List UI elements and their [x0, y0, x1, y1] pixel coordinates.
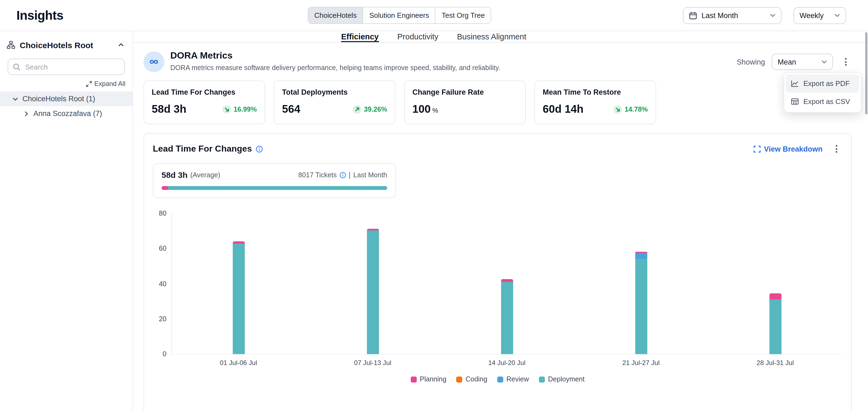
period-select-value: Last Month: [702, 11, 766, 20]
granularity-select[interactable]: Weekly: [794, 7, 846, 24]
org-tab-choicehotels[interactable]: ChoiceHotels: [308, 7, 363, 23]
chart-kebab-menu-button[interactable]: [830, 142, 842, 156]
menu-item-label: Export as PDF: [803, 79, 850, 88]
card-mean-time-to-restore[interactable]: Mean Time To Restore 60d 14h 14.78%: [534, 80, 656, 124]
chart-card-actions: View Breakdown: [753, 142, 842, 156]
tree-item-label: Anna Scozzafava (7): [33, 109, 102, 118]
chevron-down-icon[interactable]: [11, 95, 19, 103]
dora-logo-icon: [144, 52, 164, 72]
period-select[interactable]: Last Month: [683, 7, 781, 24]
calendar-icon: [689, 11, 697, 20]
tree-item-anna-scozzafava[interactable]: Anna Scozzafava (7): [0, 106, 132, 121]
search-input[interactable]: [8, 59, 125, 75]
tab-efficiency[interactable]: Efficiency: [341, 31, 379, 42]
search-icon: [12, 63, 21, 71]
stacked-bar-2[interactable]: [367, 229, 379, 354]
dora-titles: DORA Metrics DORA metrics measure softwa…: [170, 50, 500, 72]
tree-item-choicehotels-root[interactable]: ChoiceHotels Root (1): [0, 92, 132, 106]
bar-segment-deployment: [635, 259, 647, 354]
metric-delta-value: 16.99%: [234, 105, 257, 113]
dora-title: DORA Metrics: [170, 50, 500, 61]
tab-business-alignment[interactable]: Business Alignment: [457, 31, 526, 42]
y-axis-tick: 60: [152, 244, 166, 253]
x-axis-labels: 01 Jul-06 Jul07 Jul-13 Jul14 Jul-20 Jul2…: [172, 359, 842, 367]
chevron-down-icon: [835, 12, 840, 18]
stacked-bar-5[interactable]: [769, 293, 781, 354]
export-menu: Export as PDF Export as CSV: [784, 72, 861, 113]
header-controls: Last Month Weekly: [683, 7, 846, 24]
legend-label: Coding: [465, 375, 487, 383]
bars-container: [172, 213, 842, 354]
bar-segment-review: [635, 252, 647, 259]
legend-item-deployment[interactable]: Deployment: [539, 375, 585, 383]
sidebar-search: [8, 59, 125, 75]
chevron-right-icon[interactable]: [23, 110, 30, 117]
bar-segment-planning: [769, 293, 781, 300]
metric-title: Total Deployments: [282, 88, 387, 96]
card-lead-time-for-changes[interactable]: Lead Time For Changes 58d 3h 16.99%: [144, 80, 265, 124]
dora-header: DORA Metrics DORA metrics measure softwa…: [144, 50, 851, 72]
legend-swatch: [456, 376, 462, 382]
y-axis-tick: 80: [152, 209, 166, 218]
expand-icon: [86, 81, 92, 87]
card-change-failure-rate[interactable]: Change Failure Rate 100%: [404, 80, 526, 124]
metric-delta-value: 39.26%: [364, 105, 387, 113]
summary-qualifier: (Average): [190, 171, 220, 179]
stacked-bar-1[interactable]: [233, 241, 245, 354]
info-icon[interactable]: [340, 172, 346, 178]
plot-area: 020406080: [172, 213, 842, 355]
org-switcher: ChoiceHotels Solution Engineers Test Org…: [308, 7, 491, 24]
export-pdf-menu-item[interactable]: Export as PDF: [786, 74, 859, 93]
x-axis-label: 07 Jul-13 Jul: [306, 359, 440, 367]
metric-delta-badge: 16.99%: [222, 105, 257, 113]
legend-swatch: [497, 376, 503, 382]
dora-actions: Showing Mean: [737, 54, 851, 70]
metric-value: 100%: [412, 103, 438, 115]
dora-kebab-menu-button[interactable]: [839, 55, 851, 68]
expand-all-label: Expand All: [94, 80, 125, 88]
chart-card-header: Lead Time For Changes View Breakdown: [153, 142, 842, 156]
summary-separator: |: [349, 171, 351, 179]
lead-time-chart: 020406080 01 Jul-06 Jul07 Jul-13 Jul14 J…: [153, 213, 842, 383]
export-csv-menu-item[interactable]: Export as CSV: [786, 93, 859, 110]
metric-title: Mean Time To Restore: [543, 88, 648, 96]
summary-tickets: 8017 Tickets: [298, 171, 337, 179]
x-axis-label: 28 Jul-31 Jul: [708, 359, 842, 367]
summary-bar-segment-planning: [161, 186, 168, 190]
tree-item-label: ChoiceHotels Root (1): [23, 95, 95, 103]
legend-swatch: [410, 376, 416, 382]
scrollbar-thumb[interactable]: [865, 32, 867, 114]
page-title: Insights: [17, 8, 64, 23]
main-area: Efficiency Productivity Business Alignme…: [133, 31, 868, 411]
org-tab-solution-engineers[interactable]: Solution Engineers: [363, 7, 435, 23]
metric-title: Change Failure Rate: [412, 88, 518, 96]
org-tab-test-org-tree[interactable]: Test Org Tree: [435, 7, 491, 23]
bar-segment-deployment: [367, 231, 379, 354]
dora-metric-cards: Lead Time For Changes 58d 3h 16.99%: [144, 80, 851, 124]
legend-item-planning[interactable]: Planning: [410, 375, 446, 383]
y-axis-tick: 20: [152, 315, 166, 323]
bar-segment-planning: [501, 279, 513, 282]
showing-label: Showing: [737, 58, 765, 66]
page-body: ChoiceHotels Root Expand All: [0, 31, 868, 411]
metric-value: 564: [282, 103, 300, 115]
stacked-bar-4[interactable]: [635, 252, 647, 354]
trend-arrow-icon: [222, 105, 231, 113]
tab-productivity[interactable]: Productivity: [397, 31, 438, 42]
legend-item-review[interactable]: Review: [497, 375, 529, 383]
legend-label: Planning: [420, 375, 446, 383]
bar-segment-deployment: [501, 282, 513, 354]
card-total-deployments[interactable]: Total Deployments 564 39.26%: [274, 80, 395, 124]
view-breakdown-button[interactable]: View Breakdown: [753, 145, 823, 153]
trend-arrow-icon: [613, 105, 622, 113]
summary-bar-segment-deployment: [168, 186, 387, 190]
y-axis-tick: 0: [152, 350, 166, 358]
legend-item-coding[interactable]: Coding: [456, 375, 487, 383]
expand-all-button[interactable]: Expand All: [0, 80, 125, 88]
stacked-bar-3[interactable]: [501, 279, 513, 354]
legend-label: Deployment: [548, 375, 585, 383]
sidebar-collapse-button[interactable]: [117, 41, 125, 49]
info-icon[interactable]: [256, 145, 263, 152]
chart-summary-card: 58d 3h (Average) 8017 Tickets | Last Mon…: [153, 163, 396, 198]
aggregation-select[interactable]: Mean: [772, 54, 833, 70]
